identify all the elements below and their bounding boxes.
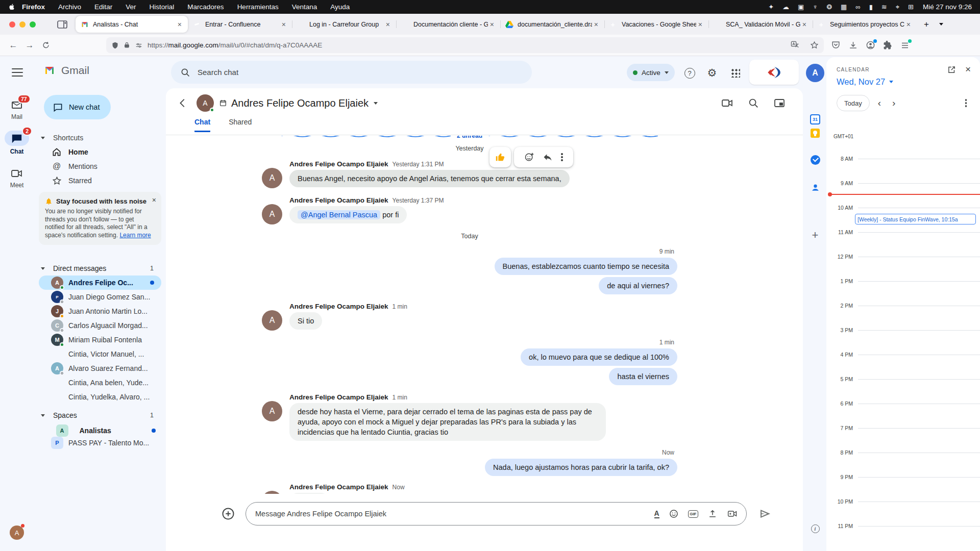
minimize-window-button[interactable] xyxy=(19,21,26,28)
permissions-icon[interactable] xyxy=(135,42,143,49)
help-button[interactable]: ? xyxy=(683,66,696,80)
calendar-options-icon[interactable] xyxy=(965,102,967,104)
reload-icon[interactable] xyxy=(38,41,54,49)
psi-icon[interactable]: ♆ xyxy=(813,3,818,11)
download-icon[interactable] xyxy=(848,40,858,50)
menu-firefox[interactable]: Firefox xyxy=(22,3,45,11)
sidebar-item-starred[interactable]: Starred xyxy=(34,173,166,188)
settings-icon[interactable]: ❂ xyxy=(826,3,832,11)
space-item-pass-pay[interactable]: P PASS PAY - Talento Mo... xyxy=(34,436,166,450)
tab-drawio[interactable]: documentación_cliente.drav × xyxy=(500,16,604,33)
menu-herramientas[interactable]: Herramientas xyxy=(237,3,279,11)
dm-item-carlos[interactable]: C Carlos Alguacil Morgad... xyxy=(34,318,166,333)
apple-icon[interactable] xyxy=(8,3,16,11)
close-notice-icon[interactable]: × xyxy=(152,196,156,204)
spotlight-icon[interactable]: ⌖ xyxy=(896,3,899,11)
tab-carrefour-login[interactable]: Log in - Carrefour Group × xyxy=(292,16,396,33)
dm-item-group-cintia-victor[interactable]: Cintia, Victor Manuel, ... xyxy=(34,347,166,361)
message-bubble[interactable]: vale xyxy=(289,493,329,494)
rail-chat[interactable]: 2 Chat xyxy=(0,131,34,155)
status-selector[interactable]: Active xyxy=(627,64,675,81)
rail-mail[interactable]: 77 Mail xyxy=(0,99,34,120)
conversation-title[interactable]: Andres Felipe Ocampo Eljaiek xyxy=(231,97,369,109)
message-bubble[interactable]: hasta el viernes xyxy=(609,368,677,385)
search-chat-field[interactable]: Search chat xyxy=(171,61,532,84)
message-bubble[interactable]: de aqui al viernes? xyxy=(599,277,677,294)
today-button[interactable]: Today xyxy=(837,95,870,111)
close-tab-icon[interactable]: × xyxy=(384,20,392,29)
close-tab-icon[interactable]: × xyxy=(592,20,600,29)
list-tabs-icon[interactable] xyxy=(939,23,943,26)
tab-confluence[interactable]: Entrar - Confluence × xyxy=(188,16,292,33)
close-tab-icon[interactable]: × xyxy=(696,20,704,29)
upload-icon[interactable] xyxy=(707,509,718,519)
spaces-header[interactable]: Spaces 1 xyxy=(34,408,166,422)
mention-chip[interactable]: @Angel Bernal Pascua xyxy=(298,210,380,219)
message-bubble[interactable]: Buenas, establezcamos cuanto tiempo se n… xyxy=(495,258,677,275)
tracking-shield-icon[interactable] xyxy=(111,41,119,49)
info-icon[interactable]: i xyxy=(805,524,825,533)
apps-grid-icon[interactable] xyxy=(729,66,742,80)
add-reaction-icon[interactable] xyxy=(524,152,534,162)
gif-icon[interactable]: GIF xyxy=(688,510,698,518)
close-panel-icon[interactable]: × xyxy=(965,64,971,75)
direct-messages-header[interactable]: Direct messages 1 xyxy=(34,261,166,276)
account-icon[interactable] xyxy=(866,40,875,50)
dm-item-alvaro[interactable]: A Alvaro Suarez Fernand... xyxy=(34,361,166,375)
emoji-icon[interactable] xyxy=(669,509,679,519)
get-addons-button[interactable]: + xyxy=(805,229,825,242)
video-meeting-icon[interactable] xyxy=(727,509,738,519)
reply-icon[interactable] xyxy=(543,152,553,162)
extensions-icon[interactable] xyxy=(883,40,893,50)
menu-icon[interactable] xyxy=(900,41,910,50)
calendar-event[interactable]: [Weekly] - Status Equipo FinWave, 10:15a xyxy=(855,214,976,224)
control-center-icon[interactable]: ⊞ xyxy=(908,3,914,11)
close-window-button[interactable] xyxy=(9,21,15,28)
settings-button[interactable]: ⚙ xyxy=(705,66,719,80)
quick-reaction-button[interactable] xyxy=(489,147,511,167)
keep-addon-icon[interactable] xyxy=(805,129,825,138)
loop-icon[interactable]: ∞ xyxy=(855,3,860,11)
sidebar-item-home[interactable]: Home xyxy=(34,145,166,159)
sidebar-item-mentions[interactable]: @ Mentions xyxy=(34,159,166,173)
url-text[interactable]: https://mail.google.com/mail/u/0/#chat/d… xyxy=(148,41,322,49)
chevron-down-icon[interactable] xyxy=(374,102,378,105)
menu-ventana[interactable]: Ventana xyxy=(292,3,317,11)
cloud-icon[interactable]: ☁ xyxy=(782,3,789,11)
search-in-chat-icon[interactable] xyxy=(748,97,759,109)
pocket-icon[interactable] xyxy=(831,40,841,50)
message-bubble[interactable]: ok, lo muevo para que se dedique al 100% xyxy=(521,348,677,366)
close-tab-icon[interactable]: × xyxy=(280,20,288,29)
message-bubble[interactable]: Nada, luego ajustamos horas para cubrir … xyxy=(485,459,677,476)
tab-vacaciones[interactable]: Vacaciones - Google Sheets × xyxy=(604,16,708,33)
message-input[interactable]: Message Andres Felipe Ocampo Eljaiek A G… xyxy=(246,502,747,525)
menu-ver[interactable]: Ver xyxy=(126,3,136,11)
message-bubble[interactable]: Buenas Angel, necesito apoyo de Angel Ar… xyxy=(289,170,570,187)
tasks-addon-icon[interactable] xyxy=(805,155,825,165)
next-day-icon[interactable]: › xyxy=(892,97,895,109)
tab-documentacion-cliente[interactable]: Documentación cliente - Go × xyxy=(396,16,500,33)
wifi-icon[interactable]: ≋ xyxy=(881,3,887,11)
back-button[interactable]: ← xyxy=(5,40,21,51)
app-icon[interactable]: ✦ xyxy=(768,3,774,11)
close-tab-icon[interactable]: × xyxy=(488,20,496,29)
tab-shared[interactable]: Shared xyxy=(229,118,252,131)
more-options-icon[interactable] xyxy=(561,156,563,158)
menu-editar[interactable]: Editar xyxy=(94,3,112,11)
dm-item-andres[interactable]: A Andres Felipe Oc... xyxy=(39,276,161,290)
dm-item-group-cintia-ana[interactable]: Cintia, Ana belen, Yude... xyxy=(34,375,166,390)
close-tab-icon[interactable]: × xyxy=(904,20,913,29)
translate-icon[interactable] xyxy=(791,41,799,49)
message-bubble[interactable]: desde hoy hasta el Vierne, para dejar ce… xyxy=(289,403,606,441)
space-item-analistas[interactable]: A Analistas xyxy=(34,425,166,436)
tab-seguimientos[interactable]: Seguimientos proyectos C4 × xyxy=(813,16,917,33)
tab-sca-validacion[interactable]: SCA_ Validación Móvil - Go × xyxy=(708,16,813,33)
rail-profile-avatar[interactable]: A xyxy=(10,525,24,540)
message-bubble[interactable]: @Angel Bernal Pascua por fi xyxy=(289,206,407,223)
profile-avatar[interactable]: A xyxy=(806,64,824,82)
grid-icon[interactable]: ▦ xyxy=(841,3,847,11)
close-tab-icon[interactable]: × xyxy=(176,20,184,29)
video-call-icon[interactable] xyxy=(721,97,733,109)
close-tab-icon[interactable]: × xyxy=(800,20,808,29)
forward-button[interactable]: → xyxy=(21,40,38,51)
